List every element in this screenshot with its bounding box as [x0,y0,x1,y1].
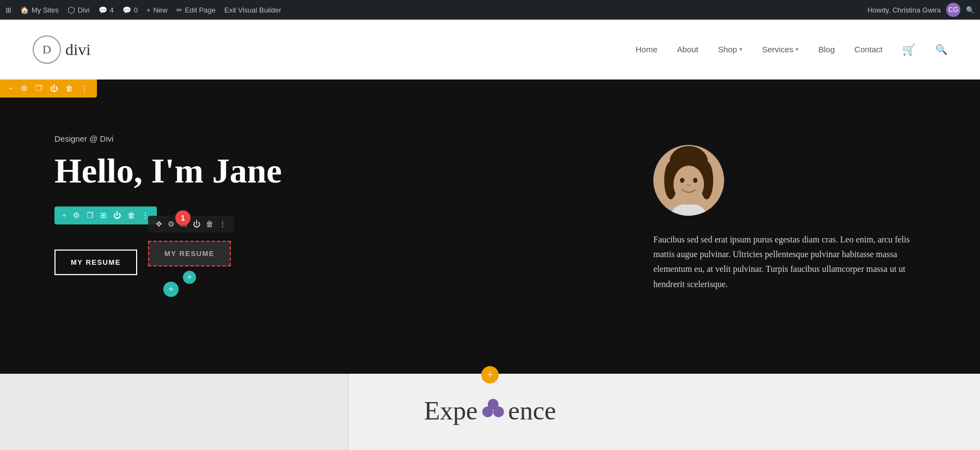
pencil-icon: ✏ [176,6,182,14]
module-toolbar: ✥ ⚙ ❐ ⏻ 🗑 ⋮ [148,216,234,233]
howdy-text: Howdy, Christina Gwira [867,6,941,14]
user-avatar[interactable]: CG [946,3,960,17]
site-logo[interactable]: D divi [33,35,91,64]
module-settings-icon[interactable]: ⚙ [168,220,175,229]
section-delete-icon[interactable]: 🗑 [65,84,73,93]
svg-point-4 [673,166,704,203]
divi-menu[interactable]: ⬡ Divi [68,5,90,15]
section-more-icon[interactable]: ⋮ [81,84,88,93]
buttons-row: MY RESUME 1 ✥ ⚙ ❐ ⏻ [54,241,621,284]
module-popup-inner: 1 ✥ ⚙ ❐ ⏻ 🗑 ⋮ MY RESUME [148,241,231,266]
nav-item-blog[interactable]: Blog [818,45,835,54]
module-disable-icon[interactable]: ⏻ [193,220,200,229]
add-column-button[interactable]: + [163,282,179,297]
new-label: New [154,6,168,14]
edit-page-label: Edit Page [185,6,216,14]
hero-bio: Faucibus sed sed erat ipsum purus egesta… [653,232,926,291]
hero-inner: Designer @ Divi Hello, I'm Jane + ⚙ ❐ ⊞ … [54,112,926,291]
svg-point-9 [487,399,498,410]
shop-dropdown-icon: ▾ [739,46,743,53]
module-more-icon[interactable]: ⋮ [219,220,226,229]
wp-logo[interactable]: ⊞ [5,6,11,14]
svg-point-6 [693,178,697,183]
nav-search-icon[interactable]: 🔍 [935,44,947,56]
edit-page-button[interactable]: ✏ Edit Page [176,6,216,14]
hero-right: Faucibus sed sed erat ipsum purus egesta… [653,134,926,291]
logo-text: divi [65,40,91,59]
row-columns-icon[interactable]: ⊞ [100,211,107,220]
nav-item-shop[interactable]: Shop ▾ [718,45,743,54]
comments-menu[interactable]: 💬 4 [99,6,114,14]
section-duplicate-icon[interactable]: ❐ [35,84,42,93]
plus-icon: + [146,6,151,14]
section-settings-icon[interactable]: ⚙ [21,84,28,93]
experience-dots-icon [479,398,507,426]
section-toolbar: + ⚙ ❐ ⏻ 🗑 ⋮ [0,80,97,98]
profile-avatar [653,145,724,216]
avatar-image [653,145,724,216]
divi-label: Divi [78,6,90,14]
comments-count: 4 [110,6,114,14]
services-dropdown-icon: ▾ [795,46,799,53]
new-button[interactable]: + New [146,6,168,14]
nav-item-home[interactable]: Home [635,45,657,54]
experience-title-suffix: ence [508,396,556,425]
row-add-icon[interactable]: + [62,211,66,220]
svg-point-5 [680,178,684,183]
experience-title-area: Expe ence [424,396,556,425]
module-delete-icon[interactable]: 🗑 [206,220,213,229]
site-header: D divi Home About Shop ▾ Services ▾ Blog… [0,20,980,80]
experience-title-text: Expe [424,396,478,425]
nav-contact-label: Contact [854,45,883,54]
hero-title: Hello, I'm Jane [54,152,621,190]
main-nav: Home About Shop ▾ Services ▾ Blog Contac… [635,43,947,56]
comments-pending-icon: 💬 [122,6,131,14]
house-icon: 🏠 [20,6,29,14]
nav-item-services[interactable]: Services ▾ [762,45,799,54]
add-module-button[interactable]: + [183,271,196,284]
admin-bar: ⊞ 🏠 My Sites ⬡ Divi 💬 4 💬 0 + New ✏ Edit… [0,0,980,20]
row-toolbar: + ⚙ ❐ ⊞ ⏻ 🗑 ⋮ [54,206,157,224]
my-sites-label: My Sites [32,6,59,14]
experience-left-column [0,374,348,450]
my-sites-menu[interactable]: 🏠 My Sites [20,6,59,14]
cart-icon[interactable]: 🛒 [902,43,916,56]
nav-services-label: Services [762,45,794,54]
section-add-icon[interactable]: + [9,84,13,93]
section-disable-icon[interactable]: ⏻ [50,84,58,93]
dots-svg-icon [479,398,507,426]
admin-bar-right: Howdy, Christina Gwira CG 🔍 [867,3,975,17]
nav-blog-label: Blog [818,45,835,54]
main-content: + ⚙ ❐ ⏻ 🗑 ⋮ Designer @ Divi Hello, I'm J… [0,80,980,450]
hero-subtitle: Designer @ Divi [54,134,621,143]
comments-pending-count: 0 [134,6,138,14]
nav-about-label: About [677,45,698,54]
nav-item-contact[interactable]: Contact [854,45,883,54]
logo-letter: D [42,42,51,57]
resume-btn1-label: MY RESUME [71,258,121,266]
module-move-icon[interactable]: ✥ [156,220,162,229]
exit-visual-builder-button[interactable]: Exit Visual Builder [224,6,281,14]
resume-btn2-label: MY RESUME [164,250,215,258]
search-icon[interactable]: 🔍 [966,6,975,14]
row-delete-icon[interactable]: 🗑 [127,211,135,220]
resume-button-1[interactable]: MY RESUME [54,250,137,275]
exit-vb-label: Exit Visual Builder [224,6,281,14]
hero-section: + ⚙ ❐ ⏻ 🗑 ⋮ Designer @ Divi Hello, I'm J… [0,80,980,374]
row-settings-icon[interactable]: ⚙ [73,211,80,220]
nav-shop-label: Shop [718,45,737,54]
comments-pending[interactable]: 💬 0 [122,6,138,14]
resume-button-2[interactable]: MY RESUME [148,241,231,266]
wp-icon: ⊞ [5,6,11,14]
row-disable-icon[interactable]: ⏻ [113,211,121,220]
nav-home-label: Home [635,45,657,54]
hero-left: Designer @ Divi Hello, I'm Jane + ⚙ ❐ ⊞ … [54,134,621,284]
add-row-button[interactable]: + [481,366,499,384]
module-popup: 1 ✥ ⚙ ❐ ⏻ 🗑 ⋮ MY RESUME [148,241,231,284]
row-duplicate-icon[interactable]: ❐ [87,211,94,220]
nav-item-about[interactable]: About [677,45,698,54]
comments-icon: 💬 [99,6,107,14]
logo-circle-icon: D [33,35,61,64]
divi-logo-icon: ⬡ [68,5,75,15]
experience-section: Expe ence [0,374,980,450]
